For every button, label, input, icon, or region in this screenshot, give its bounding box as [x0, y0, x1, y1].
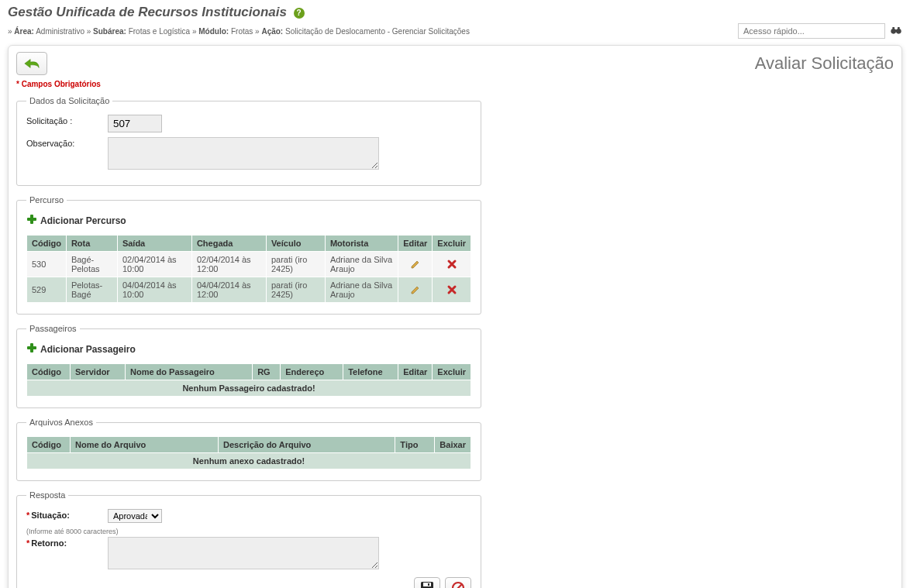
svg-rect-3 — [892, 27, 894, 29]
plus-icon — [26, 214, 37, 227]
save-button[interactable] — [414, 577, 440, 588]
observacao-label: Observação: — [26, 137, 108, 148]
edit-icon[interactable] — [410, 284, 421, 295]
retorno-label: Retorno: — [26, 537, 108, 548]
solicitacao-input — [108, 115, 162, 132]
dados-legend: Dados da Solicitação — [26, 96, 112, 105]
percurso-fieldset: Percurso Adicionar Percurso Código Rota … — [16, 195, 481, 315]
arquivos-fieldset: Arquivos Anexos Código Nome do Arquivo D… — [16, 418, 481, 481]
help-icon[interactable]: ? — [294, 8, 305, 19]
add-percurso-link[interactable]: Adicionar Percurso — [26, 214, 471, 227]
passageiros-legend: Passageiros — [26, 324, 80, 333]
required-fields-note: * Campos Obrigatórios — [16, 80, 894, 88]
passageiros-fieldset: Passageiros Adicionar Passageiro Código … — [16, 324, 481, 408]
dados-solicitacao-fieldset: Dados da Solicitação Solicitação : Obser… — [16, 96, 481, 186]
svg-point-0 — [891, 29, 896, 34]
system-title: Gestão Unificada de Recursos Institucion… — [8, 5, 305, 19]
percurso-legend: Percurso — [26, 195, 67, 205]
char-count-note: (Informe até 8000 caracteres) — [26, 528, 471, 535]
binoculars-icon[interactable] — [890, 25, 902, 37]
empty-message: Nenhum Passageiro cadastrado! — [27, 380, 471, 396]
empty-message: Nenhum anexo cadastrado! — [27, 453, 471, 469]
observacao-textarea — [108, 137, 379, 170]
back-button[interactable] — [16, 52, 47, 75]
page-title: Avaliar Solicitação — [755, 53, 894, 74]
cancel-button[interactable] — [445, 577, 471, 588]
situacao-select[interactable]: Aprovada — [108, 509, 162, 523]
table-row: 530 Bagé-Pelotas 02/04/2014 às 10:00 02/… — [27, 252, 471, 277]
percurso-table: Código Rota Saída Chegada Veículo Motori… — [26, 235, 471, 303]
arquivos-legend: Arquivos Anexos — [26, 418, 96, 427]
delete-icon[interactable] — [446, 259, 457, 270]
svg-line-14 — [455, 585, 462, 589]
table-row: 529 Pelotas-Bagé 04/04/2014 às 10:00 04/… — [27, 277, 471, 302]
add-passageiro-link[interactable]: Adicionar Passageiro — [26, 342, 471, 356]
svg-rect-8 — [27, 346, 36, 349]
svg-rect-6 — [27, 218, 36, 221]
svg-point-1 — [896, 29, 901, 34]
passageiros-table: Código Servidor Nome do Passageiro RG En… — [26, 363, 471, 397]
resposta-fieldset: Resposta Situação: Aprovada (Informe até… — [16, 490, 481, 588]
edit-icon[interactable] — [410, 259, 421, 270]
plus-icon — [26, 342, 37, 356]
quick-access-input[interactable] — [738, 23, 885, 39]
svg-rect-4 — [898, 27, 900, 29]
svg-rect-12 — [428, 583, 429, 586]
svg-rect-2 — [895, 29, 898, 31]
delete-icon[interactable] — [446, 284, 457, 295]
arquivos-table: Código Nome do Arquivo Descrição do Arqu… — [26, 436, 471, 469]
resposta-legend: Resposta — [26, 490, 68, 500]
situacao-label: Situação: — [26, 509, 108, 520]
solicitacao-label: Solicitação : — [26, 115, 108, 126]
breadcrumb: » Área: Administrativo » Subárea: Frotas… — [8, 20, 902, 45]
svg-rect-10 — [423, 583, 431, 586]
retorno-textarea[interactable] — [108, 537, 379, 569]
